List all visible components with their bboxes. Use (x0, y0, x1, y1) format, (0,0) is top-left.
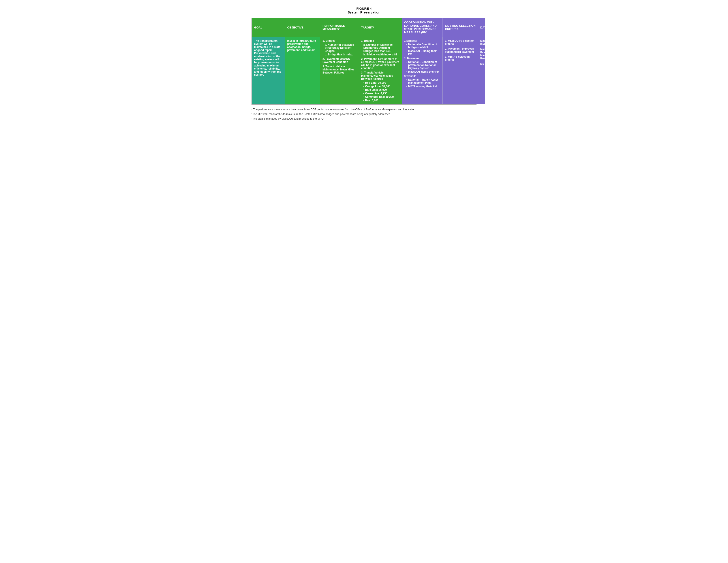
body-target: 1. Bridges a. Number of Statewide Struct… (359, 37, 402, 104)
coord-pavement-massdot: •MassDOT using their PM (404, 70, 440, 73)
header-criteria: EXISTING SELECTION CRITERIA (443, 18, 478, 37)
coord-bridges-national: •National – Condition of bridges on NHS (404, 43, 440, 49)
data-bridge: MassDOT Bridge Inventory (480, 39, 485, 45)
pm-item-1a: a. Number of Statewide Structurally Defi… (323, 43, 356, 53)
body-data: MassDOT Bridge Inventory MassDOT Pavemen… (478, 37, 485, 104)
header-target: TARGET² (359, 18, 402, 37)
pm-item-1b: b. Bridge Health Index (323, 53, 356, 56)
target-redline: •Red Line: 39,000 (361, 81, 400, 84)
header-goal: GOAL (252, 18, 285, 37)
criteria-2: 2. Pavement: Improves substandard paveme… (445, 47, 476, 53)
body-coord: 1.Bridges: •National – Condition of brid… (402, 37, 443, 104)
coord-transit-header: 3.Transit: (404, 75, 440, 78)
coord-bridges-massdot: •MassDOT – using their PM (404, 49, 440, 56)
target-blueline: •Blue Line: 26,000 (361, 88, 400, 91)
body-goal: The transportation system will be mainta… (252, 37, 285, 104)
body-objective: Invest in infrastructure preservation an… (285, 37, 320, 104)
target-greenline: •Green Line: 4,250 (361, 92, 400, 95)
main-table: GOAL OBJECTIVE PERFORMANCE MEASURES¹ TAR… (251, 18, 477, 105)
coord-pavement-header: 2. Pavement: (404, 57, 440, 60)
coord-transit-mbta: •MBTA – using their PM (404, 85, 440, 88)
criteria-1: 1. MassDOT's selection criteria (445, 39, 476, 45)
pm-item-3: 3. Transit: Vehicle Maintenance: Mean Mi… (323, 65, 356, 74)
footnote-2: ²The MPO will monitor this to make sure … (251, 112, 477, 116)
target-item-2: 2. Pavement: 65% or more of all MassDOT-… (361, 57, 400, 70)
figure-title-line2: System Preservation (251, 10, 477, 14)
footnotes: ¹ The performance measures are the curre… (251, 108, 477, 120)
target-item-1b: b. Bridge Health Index ≥ 82 (361, 53, 400, 56)
figure-title: FIGURE 4 System Preservation (251, 7, 477, 14)
coord-pavement-national: •National – Condition of pavement on Nat… (404, 60, 440, 70)
target-commuterrail: •Commuter Rail: 10,200 (361, 95, 400, 98)
target-item-1a: a. Number of Statewide Structurally Defi… (361, 43, 400, 53)
footnote-3: ³The data is managed by MassDOT and prov… (251, 117, 477, 121)
figure-title-line1: FIGURE 4 (251, 7, 477, 10)
header-pm: PERFORMANCE MEASURES¹ (320, 18, 359, 37)
target-item-3: 3. Transit: Vehicle Maintenance: Mean Mi… (361, 71, 400, 80)
target-item-1: 1. Bridges (361, 39, 400, 42)
body-criteria: 1. MassDOT's selection criteria 2. Pavem… (443, 37, 478, 104)
header-objective: OBJECTIVE (285, 18, 320, 37)
target-bus: •Bus: 6,600 (361, 99, 400, 102)
pm-item-1: 1. Bridges (323, 39, 356, 42)
header-data: DATA³ (478, 18, 485, 37)
header-coord: COORDINATION WITH NATIONAL GOALS AND STA… (402, 18, 443, 37)
body-row: The transportation system will be mainta… (252, 37, 476, 104)
target-orangeline: •Orange Line: 32,000 (361, 85, 400, 88)
pm-item-2: 2. Pavement: MassDOT Pavement Condition (323, 57, 356, 64)
header-row: GOAL OBJECTIVE PERFORMANCE MEASURES¹ TAR… (252, 18, 476, 37)
footnote-1: ¹ The performance measures are the curre… (251, 108, 477, 111)
coord-transit-national: •National – Transit Asset Management Pla… (404, 78, 440, 84)
body-pm: 1. Bridges a. Number of Statewide Struct… (320, 37, 359, 104)
coord-bridges-header: 1.Bridges: (404, 39, 440, 42)
criteria-3: 3. MBTA's selection criteria (445, 55, 476, 61)
data-mbta: MBTA Scorecard (480, 62, 485, 65)
data-pavement: MassDOT Pavement Management Program (480, 48, 485, 60)
